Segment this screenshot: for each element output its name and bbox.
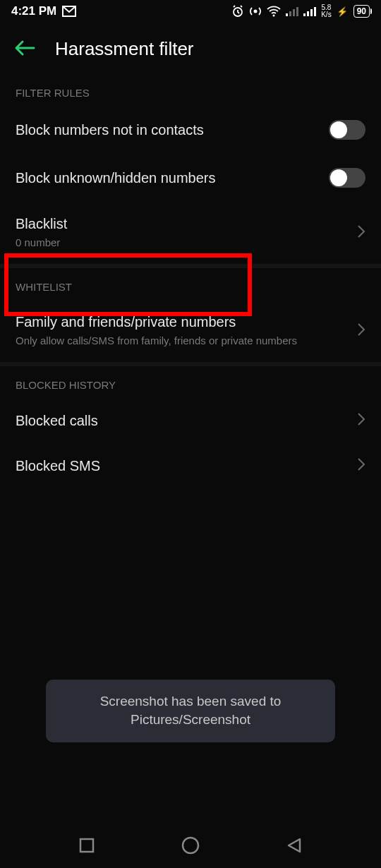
row-title: Blocked calls (16, 413, 349, 429)
svg-point-1 (254, 10, 258, 13)
row-blocked-calls[interactable]: Blocked calls (0, 398, 381, 443)
svg-rect-4 (289, 11, 291, 16)
wifi-icon (267, 6, 281, 17)
chevron-right-icon (357, 412, 365, 429)
battery-indicator: 90 (353, 5, 370, 18)
row-blacklist[interactable]: Blacklist 0 number (0, 202, 381, 264)
row-blocked-sms[interactable]: Blocked SMS (0, 443, 381, 488)
row-block-not-contacts[interactable]: Block numbers not in contacts (0, 106, 381, 154)
hotspot-icon (249, 5, 262, 18)
row-block-unknown[interactable]: Block unknown/hidden numbers (0, 154, 381, 202)
svg-rect-9 (310, 9, 313, 16)
signal-2-icon (303, 6, 316, 16)
signal-1-icon (286, 6, 298, 16)
row-title: Family and friends/private numbers (16, 314, 349, 330)
app-header: Harassment filter (0, 21, 381, 74)
svg-rect-7 (303, 13, 306, 16)
nav-recents-icon[interactable] (78, 837, 95, 857)
svg-rect-10 (314, 7, 316, 16)
svg-rect-8 (307, 11, 309, 16)
row-title: Blacklist (16, 216, 349, 232)
nav-back-icon[interactable] (286, 837, 303, 857)
status-time: 4:21 PM (11, 4, 56, 18)
alarm-icon (231, 5, 244, 18)
svg-rect-11 (80, 839, 93, 852)
row-title: Block unknown/hidden numbers (16, 170, 329, 186)
section-whitelist: Whitelist (0, 268, 381, 300)
section-blocked-history: Blocked History (0, 366, 381, 398)
toggle-block-unknown[interactable] (329, 168, 365, 188)
mail-icon (62, 6, 76, 17)
toggle-block-not-contacts[interactable] (329, 120, 365, 140)
status-bar: 4:21 PM 5.8 K/s ⚡ 90 (0, 0, 381, 21)
page-title: Harassment filter (55, 38, 194, 60)
charging-icon: ⚡ (337, 6, 348, 17)
chevron-right-icon (357, 457, 365, 474)
svg-point-12 (183, 838, 198, 853)
row-subtitle: Only allow calls/SMS from family, friend… (16, 333, 349, 348)
section-filter-rules: Filter Rules (0, 74, 381, 106)
svg-point-2 (273, 15, 275, 17)
nav-home-icon[interactable] (181, 836, 200, 857)
navigation-bar (0, 826, 381, 868)
back-arrow-icon[interactable] (14, 40, 35, 59)
svg-rect-6 (296, 7, 298, 16)
chevron-right-icon (357, 323, 365, 339)
row-title: Blocked SMS (16, 458, 349, 474)
svg-rect-3 (286, 13, 288, 16)
row-subtitle: 0 number (16, 235, 349, 250)
row-family-friends[interactable]: Family and friends/private numbers Only … (0, 300, 381, 362)
network-speed: 5.8 K/s (321, 4, 331, 18)
chevron-right-icon (357, 224, 365, 241)
toast-notification: Screenshot has been saved to Pictures/Sc… (46, 680, 335, 742)
row-title: Block numbers not in contacts (16, 122, 329, 138)
svg-rect-5 (293, 9, 295, 16)
